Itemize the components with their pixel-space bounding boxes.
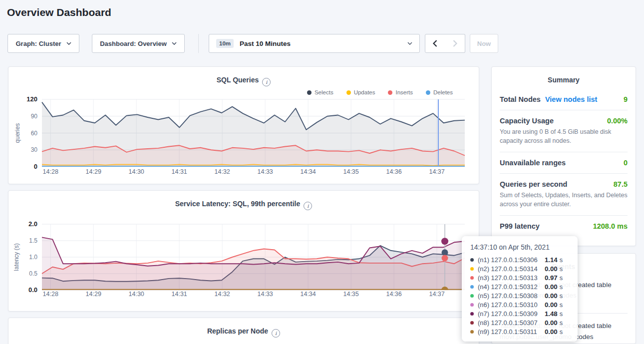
svg-text:14:34: 14:34 (300, 168, 316, 175)
summary-value: 9 (624, 95, 628, 103)
node-latency-value: 0.00 (545, 301, 558, 309)
time-range-badge: 10m (216, 39, 234, 48)
chart-title-text: Service Latency: SQL, 99th percentile (175, 200, 301, 208)
svg-text:14:35: 14:35 (343, 291, 358, 298)
time-range-dropdown[interactable]: 10m Past 10 Minutes (209, 34, 420, 53)
summary-row: Unavailable ranges0 (500, 152, 628, 174)
svg-text:1.0: 1.0 (29, 254, 37, 261)
node-color-dot-icon (470, 312, 474, 316)
summary-value: 0 (624, 159, 628, 167)
tooltip-node-row: (n8) 127.0.0.1:503070.00s (470, 318, 578, 327)
svg-text:14:32: 14:32 (215, 291, 230, 298)
chart-title-text: SQL Queries (217, 76, 259, 84)
page-title: Overview Dashboard (7, 6, 111, 18)
svg-text:0.0: 0.0 (28, 286, 37, 294)
legend-dot-icon (388, 90, 392, 95)
time-range-label: Past 10 Minutes (240, 40, 291, 47)
svg-text:14:28: 14:28 (43, 291, 58, 298)
node-color-dot-icon (470, 294, 474, 298)
chevron-right-icon (453, 40, 457, 47)
summary-panel: Summary Total NodesView nodes list9Capac… (491, 66, 636, 246)
info-icon[interactable]: i (304, 202, 312, 210)
summary-value: 0.00% (607, 117, 628, 125)
sql-queries-panel: SQL Queriesi SelectsUpdatesInsertsDelete… (8, 66, 479, 184)
summary-description: You are using 0 B of 4.5 GiB usable disk… (500, 128, 628, 145)
view-nodes-list-link[interactable]: View nodes list (545, 95, 598, 103)
node-color-dot-icon (470, 276, 474, 280)
summary-row: Queries per second87.5Sum of Selects, Up… (500, 174, 628, 216)
tooltip-rows: (n1) 127.0.0.1:503061.14s(n2) 127.0.0.1:… (470, 255, 578, 336)
summary-description: Sum of Selects, Updates, Inserts, and De… (500, 191, 628, 209)
service-latency-chart[interactable]: 14:2814:2914:3014:3114:3214:3314:3414:35… (8, 219, 480, 309)
latency-unit: s (560, 274, 563, 282)
latency-unit: s (560, 256, 563, 264)
svg-text:0: 0 (34, 163, 37, 170)
legend-dot-icon (307, 90, 312, 95)
time-forward-button[interactable] (445, 34, 465, 53)
node-address: (n5) 127.0.0.1:50308 (478, 292, 545, 300)
svg-text:2.0: 2.0 (28, 220, 37, 228)
summary-row: Capacity Usage0.00%You are using 0 B of … (500, 110, 628, 152)
svg-text:14:36: 14:36 (386, 168, 401, 175)
svg-text:14:31: 14:31 (172, 168, 187, 175)
svg-text:14:29: 14:29 (86, 291, 101, 298)
chevron-down-icon (172, 42, 177, 45)
node-latency-value: 0.97 (545, 274, 558, 282)
replicas-per-node-panel: Replicas per Nodei (8, 318, 479, 344)
svg-text:14:36: 14:36 (386, 291, 401, 298)
tooltip-timestamp: 14:37:10 on Apr 5th, 2021 (470, 244, 578, 251)
replicas-per-node-title: Replicas per Nodei (8, 327, 479, 338)
info-icon[interactable]: i (262, 78, 271, 86)
summary-label: Queries per second (500, 180, 567, 188)
latency-unit: s (560, 283, 563, 291)
service-latency-panel: Service Latency: SQL, 99th percentilei 1… (8, 190, 479, 312)
tooltip-node-row: (n9) 127.0.0.1:503110.00s (470, 327, 578, 336)
summary-label: P99 latency (500, 222, 540, 230)
dashboard-dropdown[interactable]: Dashboard: Overview (92, 34, 185, 53)
svg-text:90: 90 (31, 113, 38, 120)
node-color-dot-icon (470, 285, 474, 289)
sql-queries-title: SQL Queriesi (8, 76, 479, 86)
svg-text:latency (s): latency (s) (13, 243, 20, 271)
node-address: (n4) 127.0.0.1:50312 (478, 283, 545, 291)
summary-rows: Total NodesView nodes list9Capacity Usag… (500, 89, 628, 237)
time-back-button[interactable] (425, 34, 445, 53)
summary-title: Summary (492, 76, 636, 84)
info-icon[interactable]: i (272, 329, 280, 338)
latency-unit: s (560, 265, 563, 273)
summary-label: Capacity Usage (500, 117, 554, 125)
svg-text:14:30: 14:30 (129, 168, 144, 175)
svg-text:queries: queries (14, 123, 21, 143)
svg-text:30: 30 (31, 146, 38, 153)
graph-dropdown[interactable]: Graph: Cluster (7, 34, 79, 53)
node-latency-value: 0.00 (545, 292, 558, 300)
legend-dot-icon (426, 90, 430, 95)
chart-title-text: Replicas per Node (207, 327, 268, 335)
svg-text:14:28: 14:28 (43, 168, 58, 175)
svg-text:14:33: 14:33 (258, 168, 273, 175)
node-latency-value: 0.00 (545, 319, 558, 327)
tooltip-node-row: (n1) 127.0.0.1:503061.14s (470, 255, 578, 264)
summary-value: 1208.0 ms (593, 222, 628, 230)
svg-text:14:29: 14:29 (86, 168, 101, 175)
svg-text:14:30: 14:30 (129, 291, 144, 298)
now-button[interactable]: Now (470, 34, 498, 53)
sql-queries-chart[interactable]: 14:2814:2914:3014:3114:3214:3314:3414:35… (8, 95, 480, 185)
node-latency-value: 0.00 (545, 328, 558, 336)
tooltip-node-row: (n5) 127.0.0.1:503080.00s (470, 291, 578, 300)
chevron-left-icon (433, 40, 437, 47)
svg-text:14:37: 14:37 (429, 168, 444, 175)
svg-text:14:34: 14:34 (300, 291, 316, 298)
node-color-dot-icon (470, 267, 474, 271)
node-color-dot-icon (470, 303, 474, 307)
svg-text:14:31: 14:31 (172, 291, 187, 298)
latency-unit: s (560, 292, 563, 300)
svg-text:1.5: 1.5 (29, 237, 37, 244)
latency-unit: s (560, 328, 563, 336)
svg-text:14:32: 14:32 (215, 168, 230, 175)
node-latency-value: 1.48 (545, 310, 558, 318)
node-address: (n1) 127.0.0.1:50306 (478, 256, 545, 264)
chevron-down-icon (66, 42, 71, 45)
node-address: (n2) 127.0.0.1:50314 (478, 265, 545, 273)
node-address: (n6) 127.0.0.1:50310 (478, 301, 545, 309)
